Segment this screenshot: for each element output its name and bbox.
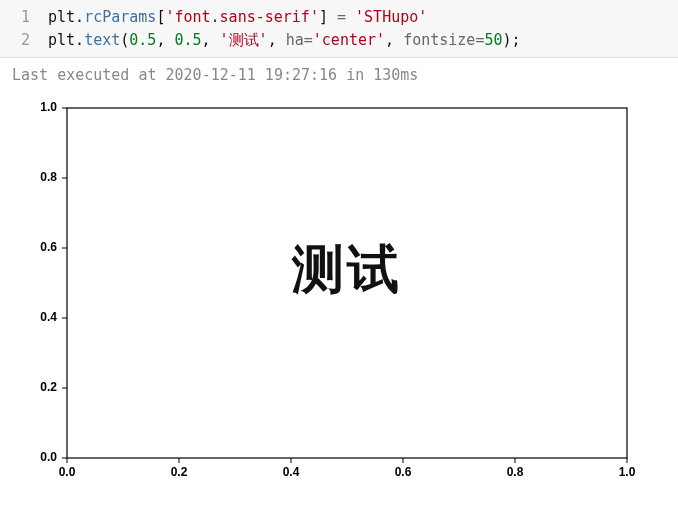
xtick-label: 0.6: [395, 465, 412, 479]
code-token: plt: [48, 8, 75, 26]
plot-svg: 0.0 0.2 0.4 0.6 0.8 1.0 0.0 0.2 0.4: [12, 96, 642, 491]
code-token: ,: [156, 31, 174, 49]
line-number: 2: [16, 29, 30, 52]
code-token: 50: [484, 31, 502, 49]
code-token: 'STHupo': [355, 8, 427, 26]
ytick-label: 0.4: [40, 310, 57, 324]
code-token: ,: [385, 31, 403, 49]
execution-status: Last executed at 2020-12-11 19:27:16 in …: [0, 58, 678, 88]
ytick-label: 1.0: [40, 100, 57, 114]
plot-output: 0.0 0.2 0.4 0.6 0.8 1.0 0.0 0.2 0.4: [0, 88, 678, 503]
code-token: fontsize: [403, 31, 475, 49]
code-token: '测试': [220, 31, 268, 49]
code-cell[interactable]: 1 2 plt.rcParams['font.sans-serif'] = 'S…: [0, 0, 678, 58]
code-token: ,: [202, 31, 220, 49]
xtick-label: 0.0: [59, 465, 76, 479]
x-axis: 0.0 0.2 0.4 0.6 0.8 1.0: [59, 458, 636, 479]
xtick-label: 1.0: [619, 465, 636, 479]
code-token: .: [75, 31, 84, 49]
code-token: ]: [319, 8, 328, 26]
code-token: .: [75, 8, 84, 26]
code-token: ha: [286, 31, 304, 49]
code-token: 'center': [313, 31, 385, 49]
line-number: 1: [16, 6, 30, 29]
ytick-label: 0.2: [40, 380, 57, 394]
code-token: =: [328, 8, 355, 26]
ytick-label: 0.0: [40, 450, 57, 464]
xtick-label: 0.2: [171, 465, 188, 479]
code-token: 'font.sans-serif': [165, 8, 319, 26]
code-token: ;: [512, 31, 521, 49]
plot-annotation: 测试: [291, 240, 402, 298]
code-token: 0.5: [129, 31, 156, 49]
code-line: plt.rcParams['font.sans-serif'] = 'STHup…: [48, 6, 521, 29]
code-token: =: [304, 31, 313, 49]
code-line: plt.text(0.5, 0.5, '测试', ha='center', fo…: [48, 29, 521, 52]
y-axis: 0.0 0.2 0.4 0.6 0.8 1.0: [40, 100, 67, 464]
code-token: ): [502, 31, 511, 49]
code-token: text: [84, 31, 120, 49]
code-content[interactable]: plt.rcParams['font.sans-serif'] = 'STHup…: [40, 0, 531, 57]
code-token: plt: [48, 31, 75, 49]
xtick-label: 0.8: [507, 465, 524, 479]
xtick-label: 0.4: [283, 465, 300, 479]
code-token: ,: [268, 31, 286, 49]
ytick-label: 0.8: [40, 170, 57, 184]
line-gutter: 1 2: [0, 0, 40, 57]
ytick-label: 0.6: [40, 240, 57, 254]
code-token: (: [120, 31, 129, 49]
code-token: 0.5: [174, 31, 201, 49]
code-token: rcParams: [84, 8, 156, 26]
